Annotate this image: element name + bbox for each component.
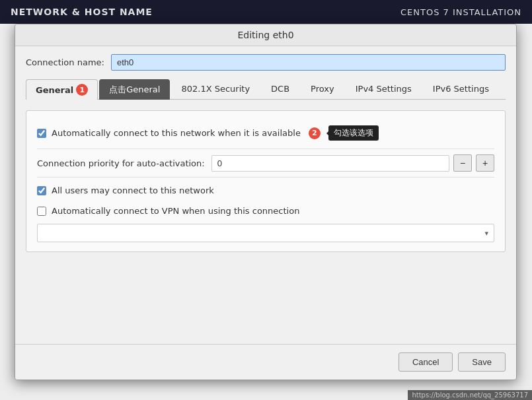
- priority-input[interactable]: [211, 155, 449, 172]
- tab-ipv4[interactable]: IPv4 Settings: [346, 79, 422, 100]
- save-button[interactable]: Save: [458, 352, 506, 372]
- priority-decrement-button[interactable]: −: [453, 154, 472, 172]
- tab-general-label: General: [36, 85, 73, 95]
- all-users-row: All users may connect to this network: [37, 180, 494, 201]
- top-bar: NETWORK & HOST NAME CENTOS 7 INSTALLATIO…: [0, 0, 532, 24]
- connection-name-row: Connection name:: [26, 54, 506, 71]
- connection-name-input[interactable]: [111, 54, 506, 71]
- chevron-down-icon: ▾: [484, 229, 488, 238]
- tab-general-hint: 点击General: [99, 79, 170, 100]
- auto-connect-row: Automatically connect to this network wh…: [37, 120, 494, 146]
- tab-ipv4-label: IPv4 Settings: [356, 84, 412, 94]
- tab-proxy[interactable]: Proxy: [301, 79, 344, 100]
- priority-input-group: − +: [211, 154, 494, 172]
- tab-general-hint-label: 点击General: [109, 84, 160, 96]
- auto-connect-label: Automatically connect to this network wh…: [52, 128, 301, 138]
- cancel-button[interactable]: Cancel: [399, 352, 453, 372]
- tab-dcb-label: DCB: [271, 84, 289, 94]
- vpn-connect-label: Automatically connect to VPN when using …: [52, 206, 299, 216]
- tab-proxy-label: Proxy: [311, 84, 334, 94]
- dialog-body: Connection name: General 1 点击General 802…: [15, 46, 516, 263]
- url-bar: https://blog.csdn.net/qq_25963717: [408, 390, 532, 400]
- tab-dcb[interactable]: DCB: [261, 79, 299, 100]
- tab-general[interactable]: General 1: [26, 79, 98, 100]
- tabs-row: General 1 点击General 802.1X Security DCB …: [26, 79, 506, 100]
- tab-security-label: 802.1X Security: [181, 84, 250, 94]
- all-users-checkbox[interactable]: [37, 186, 46, 195]
- tab-ipv6[interactable]: IPv6 Settings: [423, 79, 499, 100]
- dialog-title: Editing eth0: [15, 24, 516, 46]
- connection-name-label: Connection name:: [26, 57, 104, 67]
- vpn-connect-row: Automatically connect to VPN when using …: [37, 201, 494, 221]
- priority-label: Connection priority for auto-activation:: [37, 158, 205, 168]
- installation-label: CENTOS 7 INSTALLATION: [400, 7, 521, 17]
- tab-security[interactable]: 802.1X Security: [171, 79, 260, 100]
- general-tab-content: Automatically connect to this network wh…: [26, 110, 506, 252]
- vpn-connect-checkbox[interactable]: [37, 207, 46, 216]
- editing-dialog: Editing eth0 Connection name: General 1 …: [15, 24, 517, 380]
- all-users-label: All users may connect to this network: [52, 185, 214, 195]
- priority-row: Connection priority for auto-activation:…: [37, 149, 494, 178]
- priority-increment-button[interactable]: +: [476, 154, 494, 172]
- app-title: NETWORK & HOST NAME: [11, 7, 153, 17]
- vpn-dropdown[interactable]: ▾: [37, 224, 494, 242]
- tab-general-badge: 1: [76, 84, 88, 96]
- tab-ipv6-label: IPv6 Settings: [433, 84, 489, 94]
- dialog-footer: Cancel Save: [15, 344, 516, 380]
- auto-connect-badge: 2: [309, 127, 321, 139]
- auto-connect-checkbox[interactable]: [37, 129, 46, 138]
- auto-connect-hint: 勾选该选项: [328, 125, 379, 141]
